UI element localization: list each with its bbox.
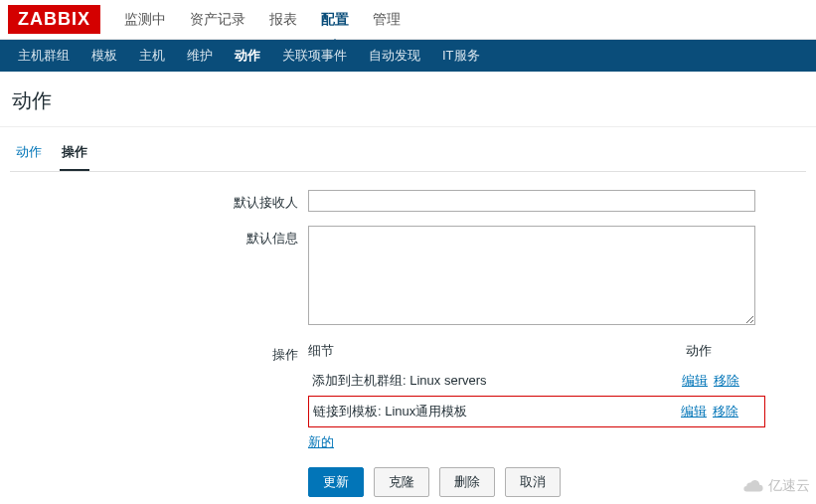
label-operations: 操作 (10, 342, 308, 451)
topnav-inventory[interactable]: 资产记录 (180, 3, 255, 37)
tab-operations[interactable]: 操作 (60, 135, 89, 171)
topnav-configuration[interactable]: 配置 (311, 3, 359, 37)
page-header: 动作 (0, 72, 816, 127)
tabs: 动作 操作 (10, 135, 806, 172)
row-recipient: 默认接收人 (10, 190, 806, 212)
operations-table: 细节 动作 添加到主机群组: Linux servers 编辑 移除 链接到模板… (308, 342, 765, 451)
topnav-reports[interactable]: 报表 (259, 3, 307, 37)
operation-row: 链接到模板: Linux通用模板 编辑 移除 (308, 396, 765, 427)
operation-new-link[interactable]: 新的 (308, 433, 334, 451)
row-message: 默认信息 (10, 226, 806, 328)
watermark: 亿速云 (742, 477, 810, 495)
clone-button[interactable]: 克隆 (374, 467, 429, 497)
update-button[interactable]: 更新 (308, 467, 364, 497)
header-detail: 细节 (308, 342, 686, 360)
operation-edit-link[interactable]: 编辑 (681, 403, 707, 420)
subnav-actions[interactable]: 动作 (225, 41, 270, 71)
row-operations: 操作 细节 动作 添加到主机群组: Linux servers 编辑 移除 链接… (10, 342, 806, 451)
subnav-hostgroups[interactable]: 主机群组 (8, 41, 80, 71)
subnav-hosts[interactable]: 主机 (129, 41, 175, 71)
subnav-templates[interactable]: 模板 (82, 41, 127, 71)
subnav-itservices[interactable]: IT服务 (432, 41, 490, 71)
header-action: 动作 (686, 342, 765, 360)
input-recipient[interactable] (308, 190, 755, 212)
button-row: 更新 克隆 删除 取消 (308, 467, 806, 497)
topnav-monitoring[interactable]: 监测中 (114, 3, 176, 37)
subnav-discovery[interactable]: 自动发现 (359, 41, 430, 71)
delete-button[interactable]: 删除 (439, 467, 495, 497)
brand-logo: ZABBIX (8, 5, 100, 34)
topbar: ZABBIX 监测中 资产记录 报表 配置 管理 (0, 0, 816, 40)
operation-text: 添加到主机群组: Linux servers (312, 372, 682, 390)
tab-action[interactable]: 动作 (14, 135, 44, 171)
topnav-administration[interactable]: 管理 (363, 3, 410, 37)
subbar: 主机群组 模板 主机 维护 动作 关联项事件 自动发现 IT服务 (0, 40, 816, 72)
operation-edit-link[interactable]: 编辑 (682, 372, 708, 390)
content: 动作 操作 默认接收人 默认信息 操作 细节 动作 添加到主机群组: Linux… (0, 127, 816, 504)
operation-row: 添加到主机群组: Linux servers 编辑 移除 (308, 366, 765, 396)
operation-remove-link[interactable]: 移除 (714, 372, 739, 390)
operations-header: 细节 动作 (308, 342, 765, 360)
label-message: 默认信息 (10, 226, 308, 328)
subnav-correlation[interactable]: 关联项事件 (272, 41, 357, 71)
operation-remove-link[interactable]: 移除 (713, 403, 738, 420)
subnav-maintenance[interactable]: 维护 (177, 41, 223, 71)
page-title: 动作 (12, 87, 804, 114)
operation-text: 链接到模板: Linux通用模板 (313, 403, 681, 420)
cloud-icon (742, 479, 764, 493)
textarea-message[interactable] (308, 226, 755, 325)
cancel-button[interactable]: 取消 (505, 467, 561, 497)
label-recipient: 默认接收人 (10, 190, 308, 212)
watermark-text: 亿速云 (768, 477, 810, 495)
